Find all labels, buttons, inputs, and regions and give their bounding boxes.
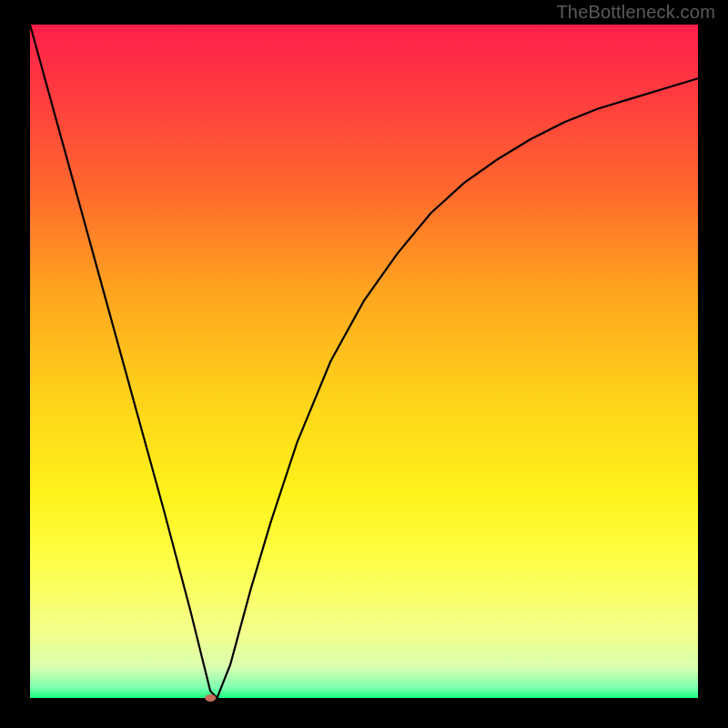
watermark-text: TheBottleneck.com bbox=[556, 2, 715, 23]
bottleneck-chart bbox=[0, 0, 728, 728]
chart-frame: TheBottleneck.com bbox=[0, 0, 728, 728]
optimum-marker bbox=[205, 694, 216, 702]
plot-background bbox=[30, 25, 698, 698]
